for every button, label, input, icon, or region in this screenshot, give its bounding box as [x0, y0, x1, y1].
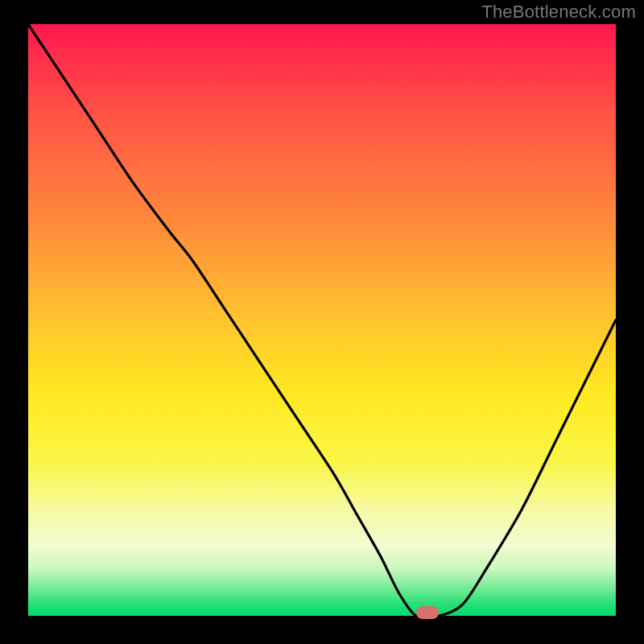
chart-frame: TheBottleneck.com [0, 0, 644, 644]
bottleneck-curve [28, 24, 616, 616]
plot-area [28, 24, 616, 616]
attribution-text: TheBottleneck.com [481, 2, 636, 23]
optimal-marker [416, 606, 439, 619]
